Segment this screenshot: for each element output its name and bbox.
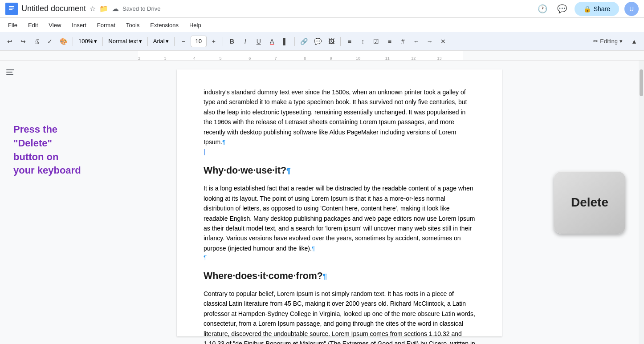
ruler: 2 3 4 5 6 7 8 9 10 11 12 13 bbox=[0, 51, 644, 61]
title-bar: Untitled document ☆ 📁 ☁ Saved to Drive 🕐… bbox=[0, 0, 644, 18]
menu-extensions[interactable]: Extensions bbox=[146, 20, 183, 30]
font-label: Arial bbox=[153, 38, 165, 45]
lock-icon: 🔒 bbox=[583, 5, 591, 12]
font-dropdown[interactable]: Arial ▾ bbox=[151, 35, 171, 48]
link-button[interactable]: 🔗 bbox=[298, 35, 310, 48]
separator-7 bbox=[340, 37, 341, 46]
separator-1 bbox=[73, 37, 73, 46]
separator-6 bbox=[294, 37, 295, 46]
menu-file[interactable]: File bbox=[4, 20, 22, 30]
svg-rect-3 bbox=[9, 9, 12, 10]
zoom-dropdown[interactable]: 100% ▾ bbox=[76, 35, 100, 48]
svg-rect-0 bbox=[8, 4, 16, 14]
editing-mode-dropdown[interactable]: ✏ Editing ▾ bbox=[589, 36, 627, 46]
image-button[interactable]: 🖼 bbox=[325, 35, 338, 48]
undo-button[interactable]: ↩ bbox=[4, 35, 16, 48]
svg-rect-4 bbox=[6, 69, 14, 70]
menu-bar: File Edit View Insert Format Tools Exten… bbox=[0, 18, 644, 32]
saved-status: Saved to Drive bbox=[122, 5, 160, 12]
style-chevron-icon: ▾ bbox=[139, 38, 142, 45]
numbered-list-button[interactable]: # bbox=[397, 35, 409, 48]
zoom-value: 100% bbox=[78, 38, 93, 45]
outline-icon[interactable] bbox=[4, 66, 17, 81]
decrease-font-button[interactable]: − bbox=[177, 35, 190, 48]
docs-icon bbox=[5, 3, 18, 15]
spellcheck-button[interactable]: ✓ bbox=[44, 35, 56, 48]
bold-button[interactable]: B bbox=[226, 35, 238, 48]
font-color-button[interactable]: A bbox=[266, 35, 278, 48]
menu-help[interactable]: Help bbox=[185, 20, 206, 30]
paragraph-3: Contrary to popular belief, Lorem Ipsum … bbox=[204, 289, 475, 344]
style-label: Normal text bbox=[108, 38, 138, 45]
pencil-icon: ✏ bbox=[593, 38, 598, 45]
svg-rect-5 bbox=[6, 72, 12, 73]
star-icon[interactable]: ☆ bbox=[90, 4, 96, 13]
delete-key-button[interactable]: Delete bbox=[554, 171, 625, 234]
separator-2 bbox=[102, 37, 103, 46]
editing-label: Editing bbox=[600, 38, 618, 45]
empty-paragraph-1: ¶ bbox=[204, 253, 475, 262]
user-avatar[interactable]: U bbox=[624, 2, 639, 16]
title-bar-right: 🕐 💬 🔒 Share U bbox=[535, 2, 639, 16]
clear-formatting-button[interactable]: ✕ bbox=[437, 35, 449, 48]
font-size-input[interactable] bbox=[191, 36, 207, 47]
style-dropdown[interactable]: Normal text ▾ bbox=[106, 35, 144, 48]
separator-3 bbox=[147, 37, 148, 46]
folder-icon[interactable]: 📁 bbox=[99, 4, 108, 13]
document-page[interactable]: industry's standard dummy text ever sinc… bbox=[177, 69, 502, 336]
svg-rect-2 bbox=[9, 8, 14, 8]
document-area[interactable]: industry's standard dummy text ever sinc… bbox=[138, 61, 541, 344]
right-overlay: Delete bbox=[541, 61, 639, 344]
scroll-thumb[interactable] bbox=[640, 69, 643, 96]
collapse-toolbar-button[interactable]: ▲ bbox=[628, 35, 640, 48]
separator-5 bbox=[223, 37, 223, 46]
bullet-list-button[interactable]: ≡ bbox=[383, 35, 396, 48]
main-area: Press the"Delete"button onyour keyboard … bbox=[0, 61, 644, 344]
align-button[interactable]: ≡ bbox=[343, 35, 356, 48]
svg-rect-1 bbox=[9, 6, 14, 7]
handwritten-instruction: Press the"Delete"button onyour keyboard bbox=[13, 123, 129, 178]
ruler-inner: 2 3 4 5 6 7 8 9 10 11 12 13 bbox=[138, 51, 463, 61]
redo-button[interactable]: ↪ bbox=[17, 35, 29, 48]
editing-chevron-icon: ▾ bbox=[620, 38, 623, 45]
cloud-icon: ☁ bbox=[112, 4, 119, 13]
zoom-chevron-icon: ▾ bbox=[94, 38, 97, 45]
cursor-paragraph: | bbox=[204, 147, 475, 157]
highlight-button[interactable]: ▌ bbox=[279, 35, 292, 48]
decrease-indent-button[interactable]: ← bbox=[410, 35, 423, 48]
increase-font-button[interactable]: + bbox=[208, 35, 220, 48]
menu-format[interactable]: Format bbox=[93, 20, 120, 30]
title-bar-left: Untitled document ☆ 📁 ☁ Saved to Drive bbox=[5, 3, 535, 15]
scrollbar[interactable] bbox=[639, 61, 644, 344]
menu-insert[interactable]: Insert bbox=[67, 20, 91, 30]
heading-why: Why·do·we·use·it?¶ bbox=[204, 164, 475, 178]
comment-button[interactable]: 💬 bbox=[311, 35, 324, 48]
share-button[interactable]: 🔒 Share bbox=[575, 2, 619, 16]
paragraph-1: industry's standard dummy text ever sinc… bbox=[204, 87, 475, 147]
heading-where: Where·does·it·come·from?¶ bbox=[204, 269, 475, 283]
toolbar: ↩ ↪ 🖨 ✓ 🎨 100% ▾ Normal text ▾ Arial ▾ −… bbox=[0, 32, 644, 51]
print-button[interactable]: 🖨 bbox=[30, 35, 43, 48]
paint-format-button[interactable]: 🎨 bbox=[57, 35, 70, 48]
chat-button[interactable]: 💬 bbox=[555, 2, 569, 16]
history-button[interactable]: 🕐 bbox=[535, 2, 550, 16]
doc-title: Untitled document bbox=[21, 4, 86, 13]
font-chevron-icon: ▾ bbox=[166, 38, 169, 45]
checklist-button[interactable]: ☑ bbox=[370, 35, 383, 48]
line-spacing-button[interactable]: ↕ bbox=[357, 35, 369, 48]
italic-button[interactable]: I bbox=[239, 35, 252, 48]
left-sidebar: Press the"Delete"button onyour keyboard bbox=[0, 61, 138, 344]
increase-indent-button[interactable]: → bbox=[424, 35, 436, 48]
delete-key-label: Delete bbox=[571, 195, 608, 210]
menu-tools[interactable]: Tools bbox=[122, 20, 144, 30]
underline-button[interactable]: U bbox=[253, 35, 265, 48]
svg-rect-6 bbox=[6, 74, 13, 75]
menu-view[interactable]: View bbox=[44, 20, 65, 30]
paragraph-2: It is a long established fact that a rea… bbox=[204, 183, 475, 253]
separator-4 bbox=[174, 37, 175, 46]
menu-edit[interactable]: Edit bbox=[24, 20, 42, 30]
